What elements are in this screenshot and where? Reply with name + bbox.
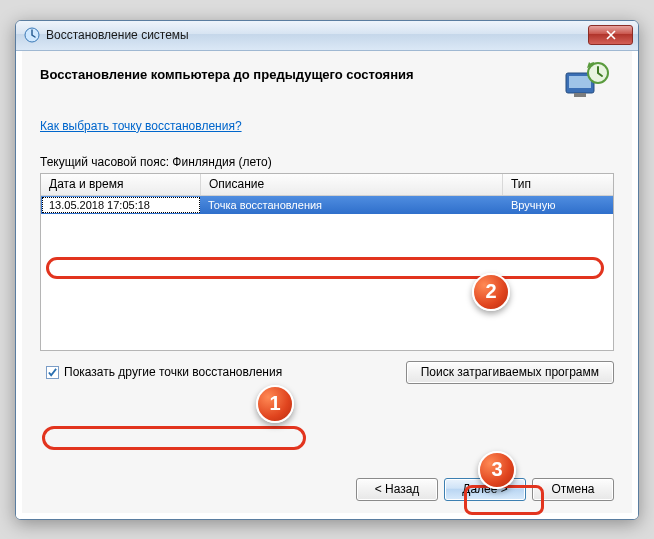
svg-rect-3 [574,93,586,97]
checkbox-label: Показать другие точки восстановления [64,365,282,379]
wizard-footer: < Назад Далее > Отмена [40,458,614,501]
svg-rect-2 [569,76,591,88]
wizard-content: Восстановление компьютера до предыдущего… [16,51,638,519]
timezone-label: Текущий часовой пояс: Финляндия (лето) [40,155,614,169]
col-header-description[interactable]: Описание [201,174,503,195]
show-more-points-checkbox[interactable]: Показать другие точки восстановления [40,363,288,381]
table-header: Дата и время Описание Тип [41,174,613,196]
annotation-badge-1: 1 [256,385,294,423]
cell-type: Вручную [503,199,613,211]
cancel-button[interactable]: Отмена [532,478,614,501]
titlebar[interactable]: Восстановление системы [16,21,638,51]
back-button[interactable]: < Назад [356,478,438,501]
cell-datetime: 13.05.2018 17:05:18 [42,197,200,213]
system-restore-window: Восстановление системы Восстановление ко… [15,20,639,520]
system-restore-icon [24,27,40,43]
col-header-type[interactable]: Тип [503,174,613,195]
restore-wizard-icon [562,61,610,101]
scan-affected-button[interactable]: Поиск затрагиваемых программ [406,361,614,384]
restore-points-table[interactable]: Дата и время Описание Тип 13.05.2018 17:… [40,173,614,351]
col-header-datetime[interactable]: Дата и время [41,174,201,195]
checkbox-box [46,366,59,379]
page-heading: Восстановление компьютера до предыдущего… [40,67,552,82]
table-row[interactable]: 13.05.2018 17:05:18 Точка восстановления… [41,196,613,214]
help-link[interactable]: Как выбрать точку восстановления? [40,119,614,133]
close-button[interactable] [588,25,633,45]
cell-description: Точка восстановления [200,199,503,211]
annotation-highlight-checkbox [42,426,306,450]
next-button[interactable]: Далее > [444,478,526,501]
window-title: Восстановление системы [46,28,189,42]
